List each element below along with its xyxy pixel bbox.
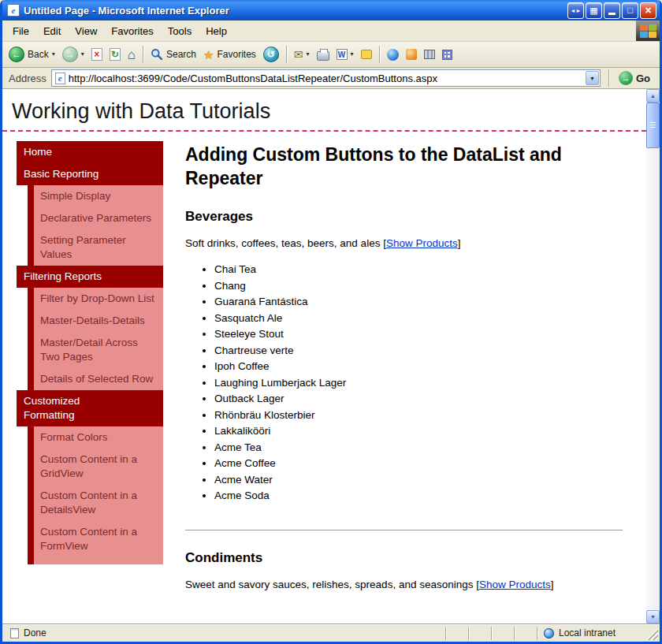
product-list-item: Chartreuse verte	[214, 345, 623, 356]
product-list-item: Guaraná Fantástica	[214, 296, 623, 307]
section-condiments: Condiments Sweet and savory sauces, reli…	[185, 550, 623, 591]
main-content: Adding Custom Buttons to the DataList an…	[163, 141, 646, 591]
category-title: Condiments	[185, 550, 623, 566]
webgrid-button[interactable]	[439, 47, 456, 62]
sidebar-item-custom-content-in-a-formview[interactable]: Custom Content in a FormView	[28, 521, 163, 557]
scroll-up-button[interactable]: ▲	[646, 89, 660, 102]
status-message-pane: Done	[6, 627, 445, 638]
product-list-item: Outback Lager	[214, 393, 623, 404]
forward-button[interactable]: → ▾	[59, 44, 87, 65]
back-button[interactable]: ← Back ▾	[6, 44, 58, 65]
sidebar-item-simple-display[interactable]: Simple Display	[28, 185, 163, 207]
scrollbar-thumb[interactable]	[646, 102, 660, 148]
ie-logo-icon: e	[7, 4, 20, 17]
sidebar-section-filtering-reports[interactable]: Filtering Reports	[17, 266, 163, 288]
product-list-item: Sasquatch Ale	[214, 313, 623, 324]
status-pane	[515, 624, 537, 642]
document-icon	[10, 628, 19, 638]
page-title: Adding Custom Buttons to the DataList an…	[185, 143, 603, 190]
section-divider	[185, 530, 623, 531]
browser-window: e Untitled Page - Microsoft Internet Exp…	[0, 0, 662, 644]
status-text: Done	[24, 627, 46, 638]
product-list: Chai TeaChangGuaraná FantásticaSasquatch…	[200, 264, 623, 501]
show-products-link[interactable]: Show Products	[479, 579, 551, 590]
close-button[interactable]: ×	[640, 2, 656, 19]
titlebar-buttons: ◄► ▦ □ ×	[567, 2, 656, 19]
address-label: Address	[6, 73, 46, 84]
titlebar-window-button[interactable]: ▦	[586, 2, 602, 19]
print-button[interactable]	[314, 47, 333, 63]
product-list-item: Steeleye Stout	[214, 329, 623, 340]
sidebar-item-format-colors[interactable]: Format Colors	[28, 426, 163, 449]
menu-item-file[interactable]: File	[6, 22, 36, 40]
sidebar-item-setting-parameter-values[interactable]: Setting Parameter Values	[28, 229, 163, 266]
back-menu-chevron[interactable]: ▾	[52, 51, 55, 58]
category-description: Sweet and savory sauces, relishes, sprea…	[185, 578, 623, 591]
back-label: Back	[28, 49, 49, 60]
sidebar-section-home[interactable]: Home	[17, 141, 163, 163]
sidebar-item-custom-content-in-a-detailsview[interactable]: Custom Content in a DetailsView	[28, 485, 163, 521]
zone-text: Local intranet	[559, 627, 616, 638]
edit-button[interactable]: W ▾	[333, 47, 357, 62]
sidebar-item-clipped[interactable]	[28, 557, 163, 564]
launch-icon	[406, 49, 417, 60]
go-button[interactable]: → Go	[617, 69, 656, 87]
favorites-label: Favorites	[217, 49, 255, 60]
go-label: Go	[636, 73, 650, 84]
stop-button[interactable]: ×	[88, 46, 106, 63]
maximize-button[interactable]: □	[622, 2, 638, 19]
mail-icon: ✉	[294, 49, 303, 60]
titlebar-arrows-button[interactable]: ◄►	[567, 2, 584, 19]
search-button[interactable]: Search	[147, 46, 199, 63]
scroll-down-button[interactable]: ▼	[646, 610, 660, 624]
menu-item-view[interactable]: View	[68, 22, 104, 40]
address-input[interactable]	[69, 71, 582, 85]
sidebar-item-master-detail-across-two-pages[interactable]: Master/Detail Across Two Pages	[28, 332, 163, 368]
messenger-button[interactable]	[384, 47, 402, 63]
toolbar-separator	[608, 69, 609, 87]
title-bar[interactable]: e Untitled Page - Microsoft Internet Exp…	[2, 0, 660, 20]
research-button[interactable]	[421, 47, 438, 61]
sidebar-item-filter-by-drop-down-list[interactable]: Filter by Drop-Down List	[28, 288, 163, 310]
sidebar-section-customized-formatting[interactable]: Customized Formatting	[17, 390, 163, 426]
refresh-button[interactable]: ↻	[106, 46, 124, 63]
favorites-button[interactable]: ★ Favorites	[200, 47, 259, 63]
history-button[interactable]: ↺	[260, 44, 282, 65]
category-title: Beverages	[185, 209, 623, 225]
edit-menu-chevron[interactable]: ▾	[351, 51, 354, 58]
mail-button[interactable]: ✉ ▾	[291, 47, 313, 62]
sidebar-section-basic-reporting[interactable]: Basic Reporting	[17, 163, 163, 185]
launch-button[interactable]	[403, 47, 420, 62]
menu-item-favorites[interactable]: Favorites	[104, 22, 160, 40]
sidebar-item-details-of-selected-row[interactable]: Details of Selected Row	[28, 368, 163, 390]
sidebar-item-declarative-parameters[interactable]: Declarative Parameters	[28, 207, 163, 229]
address-dropdown-button[interactable]: ▼	[586, 71, 599, 85]
product-list-item: Chai Tea	[214, 264, 623, 275]
resize-grip[interactable]	[646, 628, 658, 640]
browser-viewport: Working with Data Tutorials HomeBasic Re…	[2, 89, 660, 624]
menu-item-help[interactable]: Help	[199, 22, 234, 40]
minimize-button[interactable]	[604, 2, 620, 19]
sidebar-item-master-details-details[interactable]: Master-Details-Details	[28, 310, 163, 332]
sidebar-item-custom-content-in-a-gridview[interactable]: Custom Content in a GridView	[28, 449, 163, 485]
status-pane	[446, 624, 468, 642]
toolbar-separator	[379, 46, 380, 63]
vertical-scrollbar[interactable]: ▲ ▼	[646, 89, 660, 624]
print-icon	[317, 51, 329, 61]
home-button[interactable]: ⌂	[125, 46, 139, 64]
forward-icon: →	[62, 47, 78, 62]
home-icon: ⌂	[128, 48, 136, 61]
toolbar-separator	[143, 46, 143, 63]
favorites-star-icon: ★	[203, 49, 214, 61]
menu-item-edit[interactable]: Edit	[36, 22, 68, 40]
address-bar: Address e ▼ → Go	[2, 68, 660, 89]
toolbar: ← Back ▾ → ▾ × ↻ ⌂ Search ★ Favorites ↺ …	[2, 42, 660, 68]
address-field[interactable]: e ▼	[51, 69, 601, 87]
window-title: Untitled Page - Microsoft Internet Explo…	[24, 5, 563, 17]
menu-items: FileEditViewFavoritesToolsHelp	[2, 20, 636, 41]
show-products-link[interactable]: Show Products	[386, 237, 458, 249]
forward-menu-chevron[interactable]: ▾	[81, 51, 84, 58]
discuss-button[interactable]	[358, 47, 375, 61]
menu-item-tools[interactable]: Tools	[161, 22, 199, 40]
mail-menu-chevron[interactable]: ▾	[307, 51, 310, 58]
